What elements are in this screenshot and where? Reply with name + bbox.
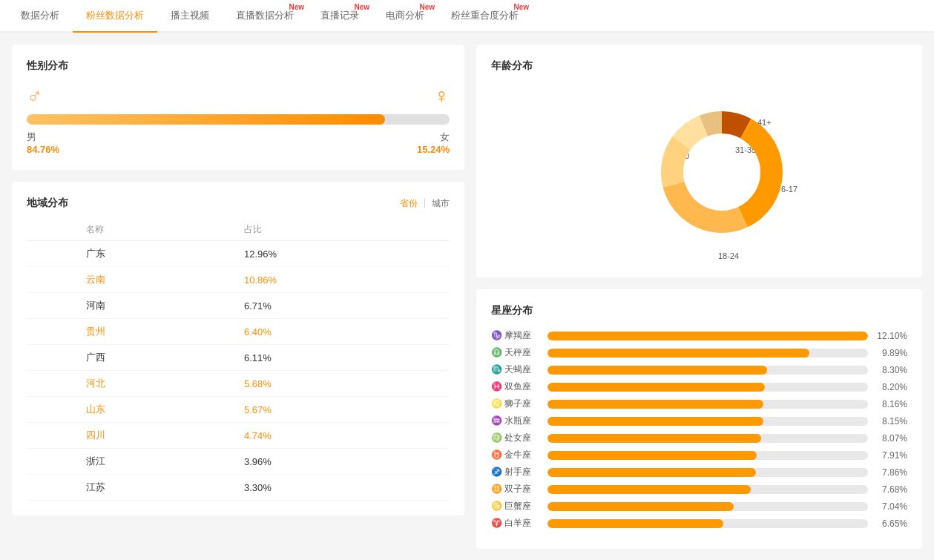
region-header: 地域分布 省份 | 城市 [27, 197, 450, 210]
region-title: 地域分布 [27, 197, 68, 210]
zodiac-row: ♋ 巨蟹座7.04% [491, 500, 907, 513]
zodiac-pct: 8.15% [874, 416, 907, 426]
zodiac-row: ♊ 双子座7.68% [491, 483, 907, 495]
donut-segment [662, 182, 747, 233]
gender-labels: 男 84.76% 女 15.24% [27, 131, 450, 155]
zodiac-name: ♑ 摩羯座 [491, 329, 542, 342]
svg-text:18-24: 18-24 [718, 251, 739, 260]
zodiac-bar-fill [547, 485, 751, 494]
zodiac-row: ♐ 射手座7.86% [491, 466, 907, 478]
male-label: 男 84.76% [27, 131, 59, 155]
zodiac-pct: 8.30% [874, 365, 907, 375]
region-pct: 12.96% [238, 241, 450, 267]
zodiac-row: ♉ 金牛座7.91% [491, 449, 907, 461]
zodiac-name: ♎ 天秤座 [491, 346, 542, 359]
zodiac-pct: 8.20% [874, 382, 907, 392]
zodiac-bar-container [547, 366, 868, 375]
left-panel: 性别分布 ♂ ♀ 男 84.76% 女 15.24% [12, 45, 464, 549]
zodiac-bar-fill [547, 366, 767, 375]
age-donut-container: 41+ 36-40 31-35 25-30 6-17 18-24 [573, 85, 826, 263]
age-title: 年龄分布 [491, 59, 907, 73]
main-content: 性别分布 ♂ ♀ 男 84.76% 女 15.24% [0, 33, 934, 560]
zodiac-bar-container [547, 349, 868, 358]
zodiac-rows: ♑ 摩羯座12.10%♎ 天秤座9.89%♏ 天蝎座8.30%♓ 双鱼座8.20… [491, 329, 907, 530]
nav-fans-overlap[interactable]: New 粉丝重合度分析 [438, 0, 532, 31]
region-tabs: 省份 | 城市 [400, 197, 450, 210]
region-pct: 10.86% [238, 267, 450, 293]
region-table: 名称 占比 广东12.96%云南10.86%河南6.71%贵州6.40%广西6.… [27, 219, 450, 501]
region-pct: 3.30% [238, 475, 450, 501]
zodiac-name: ♍ 处女座 [491, 432, 542, 444]
zodiac-name: ♋ 巨蟹座 [491, 500, 542, 513]
nav-fans-analysis[interactable]: 粉丝数据分析 [73, 0, 157, 33]
zodiac-pct: 7.68% [874, 484, 907, 495]
zodiac-card: 星座分布 ♑ 摩羯座12.10%♎ 天秤座9.89%♏ 天蝎座8.30%♓ 双鱼… [476, 289, 922, 549]
region-name: 浙江 [27, 449, 238, 475]
region-name: 河北 [27, 371, 238, 397]
region-pct: 6.11% [238, 345, 450, 371]
right-panel: 年龄分布 41+ 36-40 31-35 25-30 6-17 18-24 [476, 45, 922, 549]
nav-ecommerce[interactable]: New 电商分析 [372, 0, 438, 31]
table-row: 河南6.71% [27, 293, 450, 319]
region-pct: 5.67% [238, 397, 450, 423]
zodiac-name: ♏ 天蝎座 [491, 363, 542, 376]
table-row: 四川4.74% [27, 423, 450, 449]
new-badge: New [289, 3, 304, 11]
region-name: 四川 [27, 423, 238, 449]
zodiac-bar-fill [547, 332, 868, 340]
table-row: 广西6.11% [27, 345, 450, 371]
nav-live-data[interactable]: New 直播数据分析 [223, 0, 307, 31]
nav-streamer-video[interactable]: 播主视频 [157, 0, 223, 31]
region-name: 广西 [27, 345, 238, 371]
zodiac-name: ♊ 双子座 [491, 483, 542, 495]
table-row: 广东12.96% [27, 241, 450, 267]
col-name-header: 名称 [27, 219, 238, 241]
table-row: 山东5.67% [27, 397, 450, 423]
zodiac-bar-container [547, 502, 868, 511]
zodiac-name: ♐ 射手座 [491, 466, 542, 478]
zodiac-pct: 7.04% [874, 501, 907, 512]
tab-city[interactable]: 城市 [432, 197, 450, 210]
female-pct: 15.24% [417, 144, 450, 155]
zodiac-pct: 7.86% [874, 467, 907, 478]
zodiac-bar-container [547, 332, 868, 340]
zodiac-row: ♒ 水瓶座8.15% [491, 415, 907, 427]
zodiac-pct: 8.16% [874, 399, 907, 409]
zodiac-bar-container [547, 417, 868, 426]
zodiac-pct: 9.89% [874, 348, 907, 358]
zodiac-bar-fill [547, 417, 763, 426]
nav-data-analysis[interactable]: 数据分析 [7, 0, 73, 31]
zodiac-bar-fill [547, 434, 761, 443]
nav-live-record[interactable]: New 直播记录 [307, 0, 372, 31]
tab-province[interactable]: 省份 [400, 197, 418, 210]
zodiac-bar-container [547, 400, 868, 409]
new-badge-4: New [513, 3, 529, 11]
zodiac-row: ♏ 天蝎座8.30% [491, 363, 907, 376]
gender-icons: ♂ ♀ [27, 85, 450, 108]
zodiac-bar-container [547, 383, 868, 392]
table-row: 贵州6.40% [27, 319, 450, 345]
zodiac-bar-fill [547, 468, 756, 477]
new-badge-3: New [419, 3, 435, 11]
zodiac-bar-container [547, 468, 868, 477]
zodiac-name: ♌ 狮子座 [491, 398, 542, 410]
zodiac-name: ♓ 双鱼座 [491, 381, 542, 393]
region-name: 河南 [27, 293, 238, 319]
col-pct-header: 占比 [238, 219, 450, 241]
zodiac-bar-fill [547, 383, 765, 392]
region-name: 云南 [27, 267, 238, 293]
zodiac-bar-container [547, 451, 868, 460]
zodiac-pct: 12.10% [874, 331, 907, 341]
female-icon: ♀ [434, 85, 450, 108]
zodiac-title: 星座分布 [491, 304, 907, 317]
zodiac-row: ♑ 摩羯座12.10% [491, 329, 907, 342]
region-pct: 3.96% [238, 449, 450, 475]
region-pct: 5.68% [238, 371, 450, 397]
age-card: 年龄分布 41+ 36-40 31-35 25-30 6-17 18-24 [476, 45, 922, 277]
zodiac-row: ♍ 处女座8.07% [491, 432, 907, 444]
zodiac-row: ♌ 狮子座8.16% [491, 398, 907, 410]
table-row: 河北5.68% [27, 371, 450, 397]
zodiac-bar-container [547, 434, 868, 443]
region-name: 江苏 [27, 475, 238, 501]
table-row: 云南10.86% [27, 267, 450, 293]
